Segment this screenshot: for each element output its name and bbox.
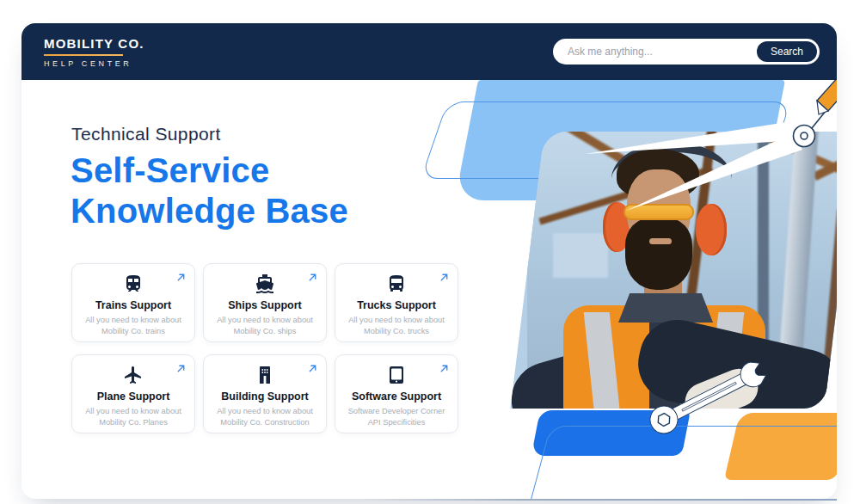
card-desc-line: Mobility Co. Construction: [220, 418, 309, 427]
open-link-arrow-icon[interactable]: [175, 272, 187, 283]
logo-underline: [44, 54, 123, 56]
card-title: Trains Support: [72, 299, 194, 311]
open-link-arrow-icon[interactable]: [307, 363, 318, 374]
worker-collar: [618, 293, 713, 323]
safety-glasses: [624, 204, 694, 220]
card-title: Plane Support: [72, 390, 194, 403]
card-description: All you need to know about Mobility Co. …: [335, 315, 458, 337]
page-title-line1: Self-Service: [71, 151, 348, 191]
ship-icon: [255, 274, 275, 294]
card-title: Ships Support: [204, 299, 326, 311]
truck-icon: [386, 274, 407, 294]
plane-icon: [123, 365, 144, 385]
logo[interactable]: MOBILITY CO. HELP CENTER: [44, 36, 144, 68]
support-card-trucks[interactable]: Trucks Support All you need to know abou…: [335, 263, 458, 342]
card-desc-line: Mobility Co. ships: [234, 327, 297, 335]
support-card-grid: Trains Support All you need to know abou…: [71, 263, 460, 433]
support-card-ships[interactable]: Ships Support All you need to know about…: [203, 263, 327, 342]
card-desc-line: API Specificities: [368, 418, 426, 427]
card-desc-line: Software Developer Corner: [348, 407, 445, 415]
card-desc-line: All you need to know about: [348, 316, 445, 324]
support-card-software[interactable]: Software Support Software Developer Corn…: [335, 354, 458, 433]
card-desc-line: All you need to know about: [217, 407, 313, 415]
page-title-line2: Knowledge Base: [71, 191, 348, 231]
bottom-divider: [361, 499, 837, 501]
card-desc-line: Mobility Co. Planes: [99, 418, 168, 427]
open-link-arrow-icon[interactable]: [439, 363, 450, 374]
help-center-page: MOBILITY CO. HELP CENTER Search Technica…: [0, 0, 860, 504]
card-desc-line: All you need to know about: [217, 316, 313, 324]
page-title: Self-Service Knowledge Base: [71, 151, 348, 231]
card-desc-line: Mobility Co. trains: [101, 327, 165, 335]
open-link-arrow-icon[interactable]: [175, 363, 187, 374]
card-description: All you need to know about Mobility Co. …: [72, 406, 194, 428]
building-icon: [255, 365, 275, 385]
card-description: All you need to know about Mobility Co. …: [72, 315, 194, 337]
search-bar[interactable]: Search: [553, 39, 820, 65]
card-desc-line: Mobility Co. trucks: [364, 327, 429, 335]
support-card-plane[interactable]: Plane Support All you need to know about…: [71, 354, 195, 433]
worker-mouth: [649, 238, 672, 244]
tablet-icon: [386, 365, 407, 385]
ear-muff-right: [696, 204, 727, 255]
worker-photo: [510, 132, 837, 409]
card-title: Trucks Support: [335, 299, 458, 311]
card-description: All you need to know about Mobility Co. …: [204, 406, 326, 428]
card-description: All you need to know about Mobility Co. …: [204, 315, 326, 337]
card-desc-line: All you need to know about: [85, 407, 181, 415]
support-card-building[interactable]: Building Support All you need to know ab…: [203, 354, 327, 433]
train-icon: [123, 274, 144, 294]
open-link-arrow-icon[interactable]: [307, 272, 318, 283]
search-input[interactable]: [568, 46, 722, 58]
logo-title: MOBILITY CO.: [44, 36, 144, 51]
card-desc-line: All you need to know about: [85, 316, 181, 324]
card-description: Software Developer Corner API Specificit…: [335, 406, 458, 428]
deco-outlined-parallelogram-bottom: [529, 426, 837, 499]
support-card-trains[interactable]: Trains Support All you need to know abou…: [71, 263, 195, 342]
worker-beard: [625, 218, 692, 290]
card-title: Building Support: [204, 390, 326, 403]
main-card: MOBILITY CO. HELP CENTER Search Technica…: [22, 23, 837, 499]
header-bar: MOBILITY CO. HELP CENTER Search: [22, 23, 837, 80]
worker-photo-content: [527, 132, 837, 409]
open-link-arrow-icon[interactable]: [439, 272, 450, 283]
search-button[interactable]: Search: [757, 41, 817, 62]
card-title: Software Support: [335, 390, 458, 403]
hero-eyebrow: Technical Support: [71, 124, 221, 144]
logo-subtitle: HELP CENTER: [44, 59, 144, 68]
